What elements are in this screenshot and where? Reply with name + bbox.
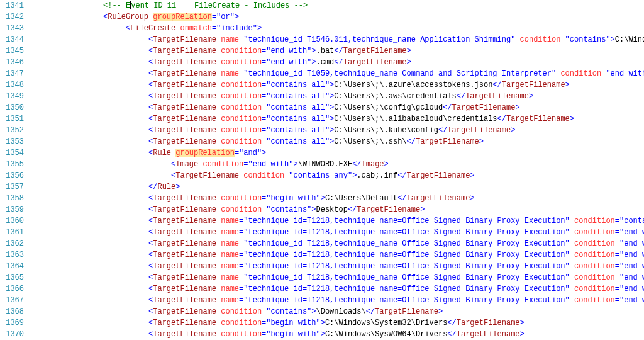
code-line[interactable]: <RuleGroup groupRelation="or">: [35, 11, 644, 23]
line-number: 1370: [0, 329, 24, 340]
line-number: 1355: [0, 159, 24, 170]
code-line[interactable]: <TargetFilename name="technique_id=T1218…: [35, 215, 644, 227]
line-number: 1351: [0, 113, 24, 125]
line-number: 1347: [0, 68, 24, 79]
code-area[interactable]: <!-- Event ID 11 == FileCreate - Include…: [35, 0, 644, 340]
line-number: 1358: [0, 193, 24, 204]
line-number: 1354: [0, 147, 24, 159]
code-line[interactable]: <TargetFilename name="technique_id=T1218…: [35, 261, 644, 272]
code-line[interactable]: <Rule groupRelation="and">: [35, 147, 644, 159]
line-number-gutter: 1341134213431344134513461347134813491350…: [0, 0, 35, 340]
line-number: 1359: [0, 204, 24, 215]
code-line[interactable]: <TargetFilename condition="end with">.ba…: [35, 45, 644, 57]
code-line[interactable]: <TargetFilename condition="begin with">C…: [35, 329, 644, 340]
line-number: 1346: [0, 57, 24, 68]
line-number: 1367: [0, 295, 24, 306]
line-number: 1356: [0, 170, 24, 181]
line-number: 1348: [0, 79, 24, 91]
code-line[interactable]: <TargetFilename condition="begin with">C…: [35, 317, 644, 329]
code-line[interactable]: <TargetFilename name="technique_id=T1218…: [35, 249, 644, 261]
code-line[interactable]: <TargetFilename condition="contains">\Do…: [35, 306, 644, 317]
code-line[interactable]: <TargetFilename condition="contains all"…: [35, 113, 644, 125]
line-number: 1343: [0, 23, 24, 34]
line-number: 1366: [0, 283, 24, 295]
code-line[interactable]: <TargetFilename condition="contains all"…: [35, 102, 644, 113]
code-line[interactable]: <TargetFilename condition="end with">.cm…: [35, 57, 644, 68]
code-line[interactable]: <TargetFilename condition="contains all"…: [35, 125, 644, 136]
code-line[interactable]: <TargetFilename name="technique_id=T1218…: [35, 295, 644, 306]
code-line[interactable]: <TargetFilename condition="contains any"…: [35, 170, 644, 181]
line-number: 1368: [0, 306, 24, 317]
line-number: 1341: [0, 0, 24, 11]
line-number: 1357: [0, 181, 24, 193]
code-line[interactable]: <FileCreate onmatch="include">: [35, 23, 644, 34]
code-line[interactable]: <TargetFilename condition="contains all"…: [35, 91, 644, 102]
code-line[interactable]: <TargetFilename name="technique_id=T1059…: [35, 68, 644, 79]
code-editor[interactable]: 1341134213431344134513461347134813491350…: [0, 0, 644, 340]
line-number: 1344: [0, 34, 24, 45]
line-number: 1369: [0, 317, 24, 329]
line-number: 1365: [0, 272, 24, 283]
line-number: 1360: [0, 215, 24, 227]
line-number: 1342: [0, 11, 24, 23]
line-number: 1363: [0, 249, 24, 261]
code-line[interactable]: <TargetFilename condition="contains all"…: [35, 79, 644, 91]
code-line[interactable]: <TargetFilename condition="contains">Des…: [35, 204, 644, 215]
code-line[interactable]: <TargetFilename name="technique_id=T1546…: [35, 34, 644, 45]
line-number: 1353: [0, 136, 24, 147]
code-line[interactable]: </Rule>: [35, 181, 644, 193]
line-number: 1345: [0, 45, 24, 57]
code-line[interactable]: <TargetFilename name="technique_id=T1218…: [35, 283, 644, 295]
code-line[interactable]: <TargetFilename name="technique_id=T1218…: [35, 238, 644, 249]
code-line[interactable]: <TargetFilename name="technique_id=T1218…: [35, 227, 644, 238]
code-line[interactable]: <TargetFilename condition="begin with">C…: [35, 193, 644, 204]
code-line[interactable]: <Image condition="end with">\WINWORD.EXE…: [35, 159, 644, 170]
line-number: 1349: [0, 91, 24, 102]
code-line[interactable]: <TargetFilename name="technique_id=T1218…: [35, 272, 644, 283]
line-number: 1352: [0, 125, 24, 136]
code-line[interactable]: <TargetFilename condition="contains all"…: [35, 136, 644, 147]
line-number: 1350: [0, 102, 24, 113]
code-line[interactable]: <!-- Event ID 11 == FileCreate - Include…: [35, 0, 644, 11]
line-number: 1364: [0, 261, 24, 272]
line-number: 1362: [0, 238, 24, 249]
line-number: 1361: [0, 227, 24, 238]
